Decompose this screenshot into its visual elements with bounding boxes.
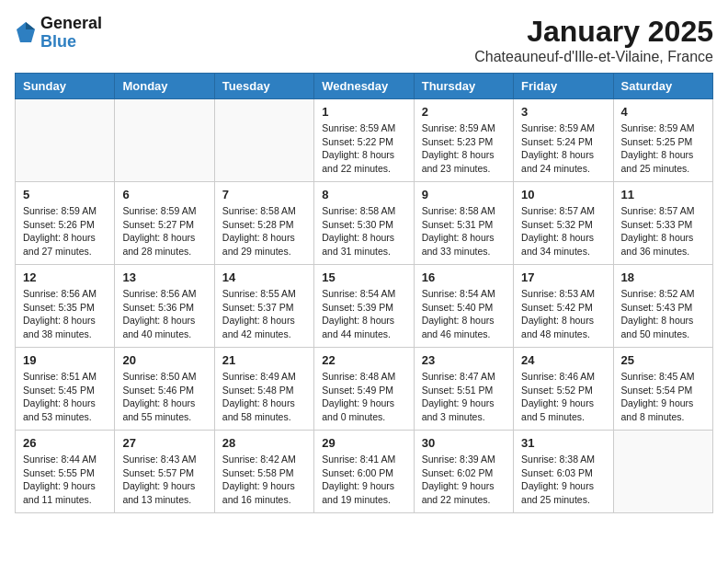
cell-line: Sunset: 6:02 PM: [422, 466, 506, 480]
cell-line: Sunrise: 8:43 AM: [122, 453, 206, 466]
day-number: 7: [222, 188, 306, 201]
cell-line: Sunrise: 8:53 AM: [521, 287, 605, 301]
calendar-header-wednesday: Wednesday: [314, 74, 414, 99]
cell-line: Sunset: 5:36 PM: [122, 301, 206, 315]
cell-line: Sunrise: 8:59 AM: [422, 121, 506, 135]
calendar-header-thursday: Thursday: [414, 74, 513, 99]
cell-line: Sunset: 5:45 PM: [23, 384, 107, 397]
cell-line: Sunset: 6:00 PM: [322, 466, 405, 480]
day-number: 1: [322, 105, 405, 119]
calendar-week-2: 5Sunrise: 8:59 AMSunset: 5:26 PMDaylight…: [16, 182, 713, 265]
cell-line: and 27 minutes.: [23, 245, 107, 259]
day-number: 15: [322, 270, 405, 284]
cell-line: Sunset: 5:42 PM: [521, 301, 605, 315]
cell-line: Sunset: 5:58 PM: [222, 466, 306, 480]
cell-line: Sunset: 5:31 PM: [422, 218, 506, 232]
cell-content: Sunrise: 8:56 AMSunset: 5:36 PMDaylight:…: [122, 287, 206, 341]
cell-content: Sunrise: 8:49 AMSunset: 5:48 PMDaylight:…: [222, 370, 306, 424]
calendar-header-monday: Monday: [115, 74, 214, 99]
cell-line: and 55 minutes.: [122, 410, 206, 424]
cell-content: Sunrise: 8:59 AMSunset: 5:25 PMDaylight:…: [621, 121, 705, 176]
day-number: 2: [422, 105, 506, 119]
cell-line: Daylight: 9 hours: [122, 479, 206, 493]
day-number: 20: [122, 353, 206, 367]
calendar-cell: 31Sunrise: 8:38 AMSunset: 6:03 PMDayligh…: [514, 431, 613, 513]
day-number: 26: [23, 436, 107, 450]
logo: General Blue: [15, 15, 102, 52]
day-number: 29: [322, 436, 405, 450]
cell-line: Daylight: 8 hours: [23, 396, 107, 410]
calendar-cell: 17Sunrise: 8:53 AMSunset: 5:42 PMDayligh…: [514, 265, 613, 348]
cell-line: Daylight: 8 hours: [422, 148, 506, 162]
day-number: 23: [422, 353, 506, 367]
calendar-cell: [613, 431, 712, 513]
cell-line: Sunset: 5:57 PM: [122, 466, 206, 480]
calendar-cell: [214, 99, 313, 182]
cell-line: Sunrise: 8:38 AM: [521, 453, 605, 466]
calendar-header-friday: Friday: [514, 74, 613, 99]
cell-content: Sunrise: 8:43 AMSunset: 5:57 PMDaylight:…: [122, 453, 206, 507]
cell-line: Sunrise: 8:42 AM: [222, 453, 306, 466]
cell-line: Sunset: 5:27 PM: [122, 218, 206, 232]
cell-line: Daylight: 9 hours: [621, 396, 705, 410]
day-number: 9: [422, 188, 506, 201]
cell-line: Daylight: 8 hours: [621, 231, 705, 245]
calendar-cell: 8Sunrise: 8:58 AMSunset: 5:30 PMDaylight…: [314, 182, 414, 265]
calendar-cell: 7Sunrise: 8:58 AMSunset: 5:28 PMDaylight…: [214, 182, 313, 265]
cell-content: Sunrise: 8:54 AMSunset: 5:40 PMDaylight:…: [422, 287, 506, 341]
cell-line: and 28 minutes.: [122, 245, 206, 259]
calendar-body: 1Sunrise: 8:59 AMSunset: 5:22 PMDaylight…: [16, 99, 713, 513]
cell-line: Sunrise: 8:57 AM: [621, 204, 705, 218]
cell-line: Daylight: 9 hours: [521, 479, 605, 493]
cell-line: Daylight: 9 hours: [322, 396, 405, 410]
cell-line: Sunset: 5:40 PM: [422, 301, 506, 315]
cell-line: Daylight: 9 hours: [222, 479, 306, 493]
cell-line: Sunrise: 8:55 AM: [222, 287, 306, 301]
cell-line: and 22 minutes.: [422, 493, 506, 507]
cell-line: Sunrise: 8:47 AM: [422, 370, 506, 384]
cell-content: Sunrise: 8:57 AMSunset: 5:33 PMDaylight:…: [621, 204, 705, 259]
logo-line2: Blue: [40, 33, 102, 52]
cell-line: Sunset: 5:51 PM: [422, 384, 506, 397]
cell-line: Sunrise: 8:59 AM: [322, 121, 405, 135]
cell-line: Sunrise: 8:59 AM: [122, 204, 206, 218]
calendar-header-tuesday: Tuesday: [214, 74, 313, 99]
calendar-table: SundayMondayTuesdayWednesdayThursdayFrid…: [15, 73, 713, 513]
cell-line: Daylight: 9 hours: [521, 396, 605, 410]
cell-content: Sunrise: 8:53 AMSunset: 5:42 PMDaylight:…: [521, 287, 605, 341]
calendar-cell: 14Sunrise: 8:55 AMSunset: 5:37 PMDayligh…: [214, 265, 313, 348]
cell-line: and 53 minutes.: [23, 410, 107, 424]
cell-line: Sunrise: 8:41 AM: [322, 453, 405, 466]
cell-line: Daylight: 8 hours: [422, 314, 506, 327]
cell-line: and 25 minutes.: [621, 162, 705, 176]
cell-line: and 38 minutes.: [23, 327, 107, 341]
cell-content: Sunrise: 8:58 AMSunset: 5:28 PMDaylight:…: [222, 204, 306, 259]
cell-line: Daylight: 8 hours: [23, 231, 107, 245]
cell-content: Sunrise: 8:42 AMSunset: 5:58 PMDaylight:…: [222, 453, 306, 507]
cell-line: and 40 minutes.: [122, 327, 206, 341]
cell-line: Sunset: 5:35 PM: [23, 301, 107, 315]
calendar-cell: [16, 99, 115, 182]
cell-line: Sunrise: 8:58 AM: [422, 204, 506, 218]
cell-line: Sunrise: 8:52 AM: [621, 287, 705, 301]
cell-line: Daylight: 8 hours: [122, 396, 206, 410]
cell-line: and 13 minutes.: [122, 493, 206, 507]
cell-content: Sunrise: 8:52 AMSunset: 5:43 PMDaylight:…: [621, 287, 705, 341]
cell-line: and 23 minutes.: [422, 162, 506, 176]
cell-line: Sunset: 5:39 PM: [322, 301, 405, 315]
cell-content: Sunrise: 8:46 AMSunset: 5:52 PMDaylight:…: [521, 370, 605, 424]
cell-line: and 29 minutes.: [222, 245, 306, 259]
cell-line: Sunset: 5:46 PM: [122, 384, 206, 397]
cell-content: Sunrise: 8:59 AMSunset: 5:22 PMDaylight:…: [322, 121, 405, 176]
calendar-cell: [115, 99, 214, 182]
cell-content: Sunrise: 8:44 AMSunset: 5:55 PMDaylight:…: [23, 453, 107, 507]
cell-line: and 36 minutes.: [621, 245, 705, 259]
day-number: 27: [122, 436, 206, 450]
day-number: 17: [521, 270, 605, 284]
cell-line: and 25 minutes.: [521, 493, 605, 507]
cell-line: Sunset: 5:25 PM: [621, 135, 705, 149]
cell-content: Sunrise: 8:48 AMSunset: 5:49 PMDaylight:…: [322, 370, 405, 424]
day-number: 6: [122, 188, 206, 201]
day-number: 30: [422, 436, 506, 450]
cell-line: and 16 minutes.: [222, 493, 306, 507]
